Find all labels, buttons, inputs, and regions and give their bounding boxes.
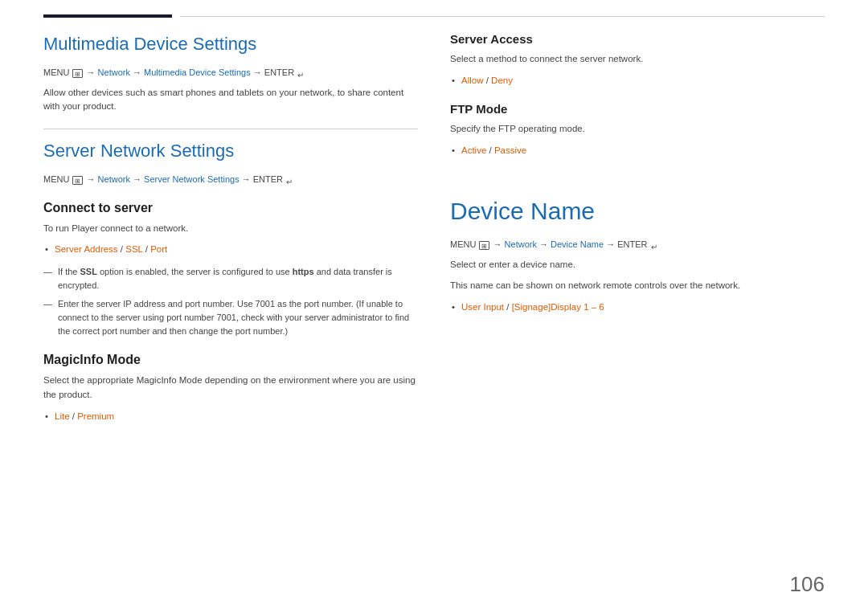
enter-icon-2 [286, 176, 297, 185]
server-network-section-title: Server Network Settings [43, 141, 418, 161]
magicinfo-bullet-item: Lite / Premium [43, 409, 418, 423]
right-column: Server Access Select a method to connect… [450, 26, 825, 431]
device-name-body-text-1: Select or enter a device name. [450, 258, 825, 272]
left-column: Multimedia Device Settings MENU ⊞ → Netw… [43, 26, 418, 431]
device-name-section-title: Device Name [450, 198, 825, 225]
top-bar [0, 0, 868, 18]
connect-bullet-list: Server Address / SSL / Port [43, 242, 418, 256]
active-link: Active [461, 145, 486, 155]
server-access-title: Server Access [450, 32, 825, 46]
device-name-bullet-item: User Input / [Signage]Display 1 – 6 [450, 300, 825, 314]
magicinfo-body-text: Select the appropriate MagicInfo Mode de… [43, 374, 418, 403]
content-area: Multimedia Device Settings MENU ⊞ → Netw… [0, 26, 868, 431]
connect-body-text: To run Player connect to a network. [43, 222, 418, 236]
menu-icon-1: ⊞ [72, 69, 83, 78]
device-name-bullet-list: User Input / [Signage]Display 1 – 6 [450, 300, 825, 314]
menu-icon-2: ⊞ [72, 176, 83, 185]
menu-icon-3: ⊞ [479, 241, 489, 250]
server-access-bullet-item: Allow / Deny [450, 73, 825, 88]
connect-note-1: If the SSL option is enabled, the server… [43, 265, 418, 292]
top-bar-accent [43, 14, 172, 18]
divider-1 [43, 129, 418, 129]
server-access-body-text: Select a method to connect the server ne… [450, 52, 825, 67]
multimedia-body-text: Allow other devices such as smart phones… [43, 86, 418, 115]
ftp-mode-bullet-list: Active / Passive [450, 143, 825, 157]
spacer [450, 166, 825, 190]
premium-link: Premium [77, 411, 114, 421]
multimedia-menu-path: MENU ⊞ → Network → Multimedia Device Set… [43, 66, 418, 80]
ftp-mode-bullet-item: Active / Passive [450, 143, 825, 157]
connect-bullet-item: Server Address / SSL / Port [43, 242, 418, 256]
server-address-link: Server Address [55, 244, 118, 254]
connect-note-2: Enter the server IP address and port num… [43, 297, 418, 338]
ftp-mode-title: FTP Mode [450, 102, 825, 116]
passive-link: Passive [494, 145, 526, 155]
page-number: 106 [790, 572, 825, 597]
server-network-menu-path: MENU ⊞ → Network → Server Network Settin… [43, 173, 418, 186]
magicinfo-subsection-title: MagicInfo Mode [43, 353, 418, 367]
multimedia-section-title: Multimedia Device Settings [43, 34, 418, 55]
deny-link: Deny [491, 76, 513, 85]
ftp-mode-body-text: Specify the FTP operating mode. [450, 122, 825, 137]
server-access-bullet-list: Allow / Deny [450, 73, 825, 88]
lite-link: Lite [55, 411, 70, 421]
connect-subsection-title: Connect to server [43, 201, 418, 215]
port-link: Port [150, 244, 167, 254]
user-input-link: User Input [461, 302, 504, 312]
magicinfo-bullet-list: Lite / Premium [43, 409, 418, 423]
allow-link: Allow [461, 76, 483, 85]
device-name-menu-path: MENU ⊞ → Network → Device Name → ENTER [450, 238, 825, 251]
device-name-body-text-2: This name can be shown on network remote… [450, 279, 825, 293]
signage-display-link: [Signage]Display 1 – 6 [512, 302, 604, 312]
top-bar-line [180, 16, 825, 17]
enter-icon-1 [297, 69, 308, 78]
enter-icon-3 [651, 241, 661, 250]
ssl-link: SSL [125, 244, 142, 254]
